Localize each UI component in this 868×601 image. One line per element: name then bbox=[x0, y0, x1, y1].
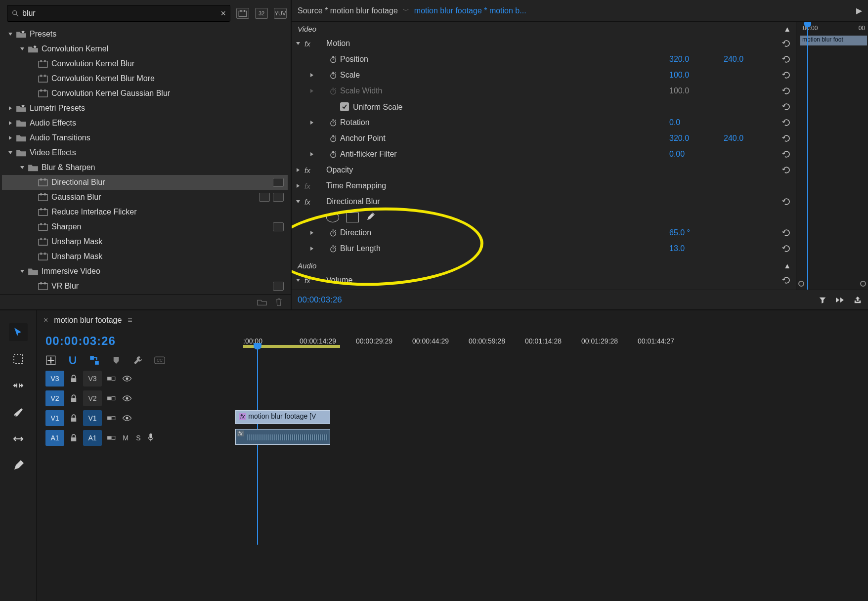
stopwatch-icon[interactable] bbox=[329, 134, 337, 142]
mini-playhead[interactable] bbox=[807, 22, 808, 290]
audio-effects-folder[interactable]: Audio Effects bbox=[2, 116, 288, 130]
preset-conv-blur[interactable]: Convolution Kernel Blur bbox=[2, 56, 288, 71]
track-source-a1[interactable]: A1 bbox=[45, 430, 64, 446]
lumetri-presets-folder[interactable]: Lumetri Presets bbox=[2, 101, 288, 116]
fx-icon[interactable]: fx bbox=[304, 40, 315, 48]
fx-icon[interactable]: fx bbox=[304, 182, 315, 190]
in-handle[interactable] bbox=[798, 281, 804, 287]
reset-button[interactable] bbox=[778, 55, 796, 63]
sync-lock-icon[interactable] bbox=[107, 375, 116, 382]
stopwatch-icon[interactable] bbox=[329, 71, 337, 79]
eye-icon[interactable] bbox=[122, 395, 132, 401]
reset-button[interactable] bbox=[778, 166, 796, 174]
reset-button[interactable] bbox=[778, 71, 796, 79]
new-bin-icon[interactable] bbox=[257, 298, 267, 306]
settings-icon[interactable] bbox=[132, 355, 143, 366]
preset-conv-blur-more[interactable]: Convolution Kernel Blur More bbox=[2, 71, 288, 86]
presets-folder[interactable]: Presets bbox=[2, 27, 288, 42]
reset-button[interactable] bbox=[778, 40, 796, 47]
play-only-icon[interactable] bbox=[834, 297, 845, 303]
effect-vr-blur[interactable]: VR Blur bbox=[2, 279, 288, 294]
track-select-tool[interactable] bbox=[9, 350, 28, 368]
reset-button[interactable] bbox=[778, 198, 796, 206]
track-source-v3[interactable]: V3 bbox=[45, 371, 64, 386]
track-target-v2[interactable]: V2 bbox=[83, 390, 102, 406]
effects-search-input[interactable] bbox=[19, 9, 220, 18]
track-v1-header[interactable]: V1 V1 bbox=[45, 408, 234, 428]
fx-icon[interactable]: fx bbox=[304, 276, 315, 285]
fx-directional-blur-row[interactable]: fx Directional Blur bbox=[292, 194, 796, 210]
tab-menu-icon[interactable]: ≡ bbox=[128, 316, 132, 325]
scale-value[interactable]: 100.0 bbox=[669, 71, 724, 80]
trash-icon[interactable] bbox=[274, 298, 284, 306]
reset-button[interactable] bbox=[778, 119, 796, 127]
track-v3-header[interactable]: V3 V3 bbox=[45, 369, 234, 388]
effect-directional-blur[interactable]: Directional Blur bbox=[2, 175, 288, 190]
sync-lock-icon[interactable] bbox=[107, 434, 116, 441]
video-effects-folder[interactable]: Video Effects bbox=[2, 145, 288, 160]
prop-rotation[interactable]: Rotation 0.0 bbox=[292, 115, 796, 130]
mute-button[interactable]: M bbox=[121, 434, 130, 442]
track-source-v1[interactable]: V1 bbox=[45, 410, 64, 426]
pen-tool[interactable] bbox=[9, 457, 28, 474]
snap-toggle[interactable] bbox=[67, 355, 78, 366]
prop-direction[interactable]: Direction 65.0 ° bbox=[292, 225, 796, 241]
export-frame-icon[interactable] bbox=[853, 296, 862, 304]
chevron-down-icon[interactable]: ﹀ bbox=[403, 6, 409, 15]
convolution-kernel-folder[interactable]: Convolution Kernel bbox=[2, 42, 288, 56]
position-x-value[interactable]: 320.0 bbox=[669, 55, 724, 64]
immersive-folder[interactable]: Immersive Video bbox=[2, 264, 288, 279]
lock-icon[interactable] bbox=[70, 375, 77, 383]
ec-timecode[interactable]: 00:00:03:26 bbox=[298, 295, 342, 305]
sequence-clip-label[interactable]: motion blur footage * motion b... bbox=[414, 6, 851, 15]
uniform-scale-checkbox[interactable] bbox=[340, 102, 349, 111]
collapse-icon[interactable]: ▲ bbox=[783, 25, 796, 33]
preset-conv-gaussian[interactable]: Convolution Kernel Gaussian Blur bbox=[2, 86, 288, 101]
eye-icon[interactable] bbox=[122, 376, 132, 382]
track-target-v3[interactable]: V3 bbox=[83, 371, 102, 386]
insert-tool-icon[interactable] bbox=[45, 355, 56, 366]
anchor-x-value[interactable]: 320.0 bbox=[669, 134, 724, 143]
position-y-value[interactable]: 240.0 bbox=[724, 55, 778, 64]
ec-mini-timeline[interactable]: :00:00 00 motion blur foot bbox=[796, 22, 868, 290]
out-handle[interactable] bbox=[860, 281, 866, 287]
stopwatch-icon[interactable] bbox=[329, 229, 337, 237]
selection-tool[interactable] bbox=[9, 323, 28, 341]
eye-icon[interactable] bbox=[122, 415, 132, 421]
prop-uniform-scale[interactable]: Uniform Scale bbox=[292, 99, 796, 115]
fx-motion-row[interactable]: fx Motion bbox=[292, 36, 796, 51]
prop-anchor[interactable]: Anchor Point 320.0 240.0 bbox=[292, 130, 796, 146]
ripple-edit-tool[interactable] bbox=[9, 377, 28, 394]
reset-button[interactable] bbox=[778, 276, 796, 284]
captions-icon[interactable] bbox=[154, 355, 165, 366]
pen-mask-button[interactable] bbox=[366, 212, 376, 223]
lock-icon[interactable] bbox=[70, 414, 77, 422]
lock-icon[interactable] bbox=[70, 434, 77, 442]
solo-button[interactable]: S bbox=[133, 434, 143, 442]
reset-button[interactable] bbox=[778, 134, 796, 142]
reset-button[interactable] bbox=[778, 103, 796, 111]
marker-icon[interactable] bbox=[111, 355, 122, 366]
effect-sharpen[interactable]: Sharpen bbox=[2, 219, 288, 234]
fx-time-remap-row[interactable]: fx Time Remapping bbox=[292, 178, 796, 194]
blur-length-value[interactable]: 13.0 bbox=[669, 244, 724, 253]
fx-volume-row[interactable]: fx Volume bbox=[292, 272, 796, 288]
clear-search-icon[interactable]: × bbox=[220, 8, 226, 19]
stopwatch-icon[interactable] bbox=[329, 245, 337, 253]
track-source-v2[interactable]: V2 bbox=[45, 390, 64, 406]
fx-icon[interactable]: fx bbox=[304, 166, 315, 174]
filter-icon[interactable] bbox=[819, 296, 826, 304]
reset-button[interactable] bbox=[778, 229, 796, 237]
sequence-tab[interactable]: motion blur footage bbox=[54, 316, 122, 325]
yuv-badge-icon[interactable]: YUV bbox=[274, 8, 287, 19]
stopwatch-icon[interactable] bbox=[329, 119, 337, 127]
sync-lock-icon[interactable] bbox=[107, 415, 116, 422]
antiflicker-value[interactable]: 0.00 bbox=[669, 150, 724, 159]
prop-position[interactable]: Position 320.0 240.0 bbox=[292, 51, 796, 67]
track-a1-header[interactable]: A1 A1 M S bbox=[45, 428, 234, 448]
track-target-a1[interactable]: A1 bbox=[83, 430, 102, 446]
rotation-value[interactable]: 0.0 bbox=[669, 118, 724, 127]
stopwatch-icon[interactable] bbox=[329, 55, 337, 63]
prop-antiflicker[interactable]: Anti-flicker Filter 0.00 bbox=[292, 146, 796, 162]
linked-selection-toggle[interactable] bbox=[89, 355, 100, 366]
